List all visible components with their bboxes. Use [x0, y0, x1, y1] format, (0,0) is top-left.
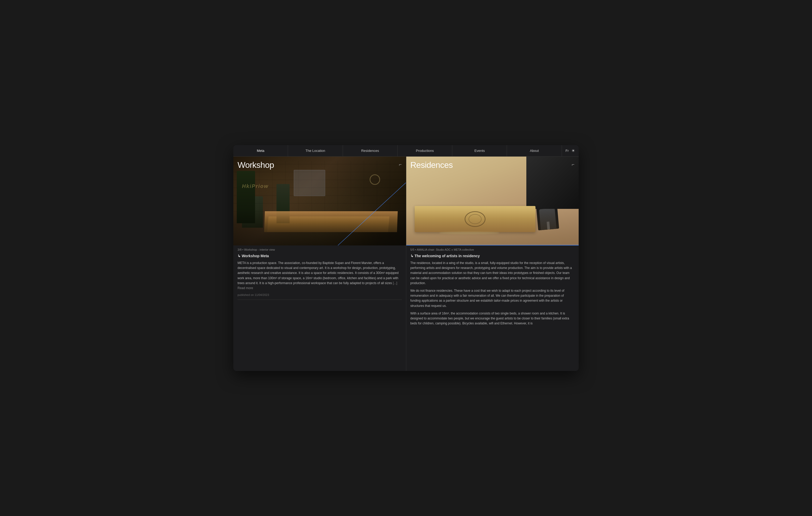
nav-productions[interactable]: Productions: [398, 145, 452, 156]
workshop-panel: Workshop ⌐: [233, 157, 406, 371]
residences-subtitle: ↳ The welcoming of artists in residency: [410, 254, 575, 258]
workshop-body: META is a production space. The associat…: [237, 261, 402, 291]
residences-corner-icon: ⌐: [572, 162, 575, 167]
image-gradient-overlay: [233, 210, 406, 245]
workshop-title: Workshop: [237, 160, 274, 170]
navigation: Meta The Location Residences Productions…: [233, 145, 579, 157]
workshop-corner-icon: ⌐: [399, 162, 402, 167]
published-date: published on 11/04/2023: [237, 293, 402, 297]
workshop-image-caption: 3/8 • Workshop - interior view: [237, 248, 402, 251]
nav-right: Fr ☀: [562, 145, 579, 156]
residences-body3: With a surface area of 16m², the accommo…: [410, 311, 575, 326]
residences-header: Residences ⌐: [406, 157, 579, 172]
nav-meta[interactable]: Meta: [233, 145, 288, 156]
residences-content: 5/5 • AMALIA chair: Studio ADC x META co…: [406, 245, 579, 371]
main-content: Workshop ⌐: [233, 157, 579, 371]
nav-about[interactable]: About: [507, 145, 562, 156]
nav-residences[interactable]: Residences: [343, 145, 398, 156]
theme-icon[interactable]: ☀: [571, 148, 575, 153]
blue-line-bottom: [406, 245, 579, 245]
residences-title: Residences: [410, 160, 453, 170]
nav-location[interactable]: The Location: [288, 145, 343, 156]
language-toggle[interactable]: Fr: [566, 149, 569, 153]
residences-panel: Residences ⌐: [406, 157, 579, 371]
factory-text: HkiPriow: [242, 183, 269, 189]
dust-overlay: [406, 210, 579, 245]
residences-body2: We do not finance residencies. These hav…: [410, 288, 575, 308]
workshop-subtitle: ↳ Workshop Meta: [237, 254, 402, 258]
residences-image-caption: 5/5 • AMALIA chair: Studio ADC x META co…: [410, 248, 575, 251]
residences-body1: The residence, located in a wing of the …: [410, 261, 575, 286]
wall-tool: [370, 174, 380, 185]
workshop-content: 3/8 • Workshop - interior view ↳ Worksho…: [233, 245, 406, 371]
panel-divider: [237, 300, 402, 300]
workshop-header: Workshop ⌐: [233, 157, 406, 172]
browser-window: Meta The Location Residences Productions…: [233, 145, 579, 371]
nav-events[interactable]: Events: [452, 145, 507, 156]
window-light: [294, 170, 325, 196]
